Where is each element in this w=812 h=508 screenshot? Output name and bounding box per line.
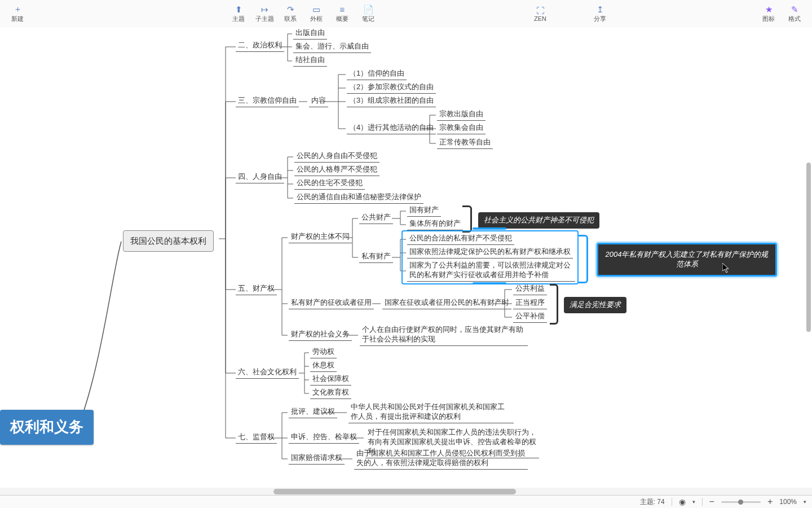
node-b4-1[interactable]: 公民的人身自由不受侵犯 xyxy=(294,151,379,163)
node-b4-3[interactable]: 公民的住宅不受侵犯 xyxy=(294,178,365,190)
node-b3-sub[interactable]: 内容 xyxy=(309,96,328,107)
node-b3-2[interactable]: （2）参加宗教仪式的自由 xyxy=(347,82,436,94)
markers-button[interactable]: ★图标 xyxy=(756,1,782,27)
topic-button[interactable]: ⬆主题 xyxy=(226,1,251,27)
zen-button[interactable]: ⛶ZEN xyxy=(527,1,553,27)
boundary-icon: ▭ xyxy=(311,5,321,15)
relation-button[interactable]: ↷联系 xyxy=(277,1,303,27)
callout-pub[interactable]: 社会主义的公共财产神圣不可侵犯 xyxy=(478,212,599,229)
node-b3-1[interactable]: （1）信仰的自由 xyxy=(347,69,407,80)
subtopic-button[interactable]: ↦子主题 xyxy=(251,1,277,27)
toolbar-right: ★图标 ✎格式 xyxy=(756,1,807,27)
root-node[interactable]: 权利和义务 xyxy=(0,410,94,445)
node-b2-3[interactable]: 结社自由 xyxy=(293,55,327,67)
node-b5-s2-mid[interactable]: 国家在征收或者征用公民的私有财产时 xyxy=(382,298,511,309)
branch-6[interactable]: 六、社会文化权利 xyxy=(236,367,299,379)
format-icon: ✎ xyxy=(789,5,800,15)
vertical-scrollbar[interactable] xyxy=(806,140,811,422)
selection-handle-top[interactable] xyxy=(473,227,506,230)
toolbar-edit-group: ⬆主题 ↦子主题 ↷联系 ▭外框 ≡概要 📄笔记 xyxy=(226,1,381,27)
node-b5-pub1[interactable]: 国有财产 xyxy=(407,205,441,217)
node-b5-s3-text[interactable]: 个人在自由行使财产权的同时，应当使其财产有助于社会公共福利的实现 xyxy=(360,325,528,346)
status-bar: 主题: 74 ◉ ▾ − + 100% ▾ xyxy=(0,495,812,508)
h-scroll-thumb[interactable] xyxy=(273,489,516,494)
toolbar: ＋新建 ⬆主题 ↦子主题 ↷联系 ▭外框 ≡概要 📄笔记 ⛶ZEN ↥分享 ★图… xyxy=(0,0,812,28)
bracket-req xyxy=(550,284,558,325)
node-b4-4[interactable]: 公民的通信自由和通信秘密受法律保护 xyxy=(294,192,423,204)
note-button[interactable]: 📄笔记 xyxy=(355,1,381,27)
boundary-button[interactable]: ▭外框 xyxy=(303,1,329,27)
node-b7-1r[interactable]: 中华人民共和国公民对于任何国家机关和国家工作人员，有提出批评和建议的权利 xyxy=(348,402,514,423)
node-b4-2[interactable]: 公民的人格尊严不受侵犯 xyxy=(294,165,379,176)
node-b5-pri2[interactable]: 国家依照法律规定保护公民的私有财产权和继承权 xyxy=(407,247,573,259)
node-b5-s2-2[interactable]: 正当程序 xyxy=(513,298,547,309)
node-b7-2l[interactable]: 申诉、控告、检举权 xyxy=(289,432,359,444)
node-b5-pri1[interactable]: 公民的合法的私有财产不受侵犯 xyxy=(407,234,514,245)
share-icon: ↥ xyxy=(595,5,605,15)
node-b34-2[interactable]: 宗教集会自由 xyxy=(437,123,486,134)
node-b5-pri3[interactable]: 国家为了公共利益的需要，可以依照法律规定对公民的私有财产实行征收或者征用并给予补… xyxy=(407,261,575,282)
branch-3[interactable]: 三、宗教信仰自由 xyxy=(236,96,299,107)
node-b5-s2-3[interactable]: 公平补偿 xyxy=(513,312,547,323)
star-icon: ★ xyxy=(764,5,774,15)
zoom-in-button[interactable]: + xyxy=(767,497,773,507)
note-icon: 📄 xyxy=(363,5,373,15)
node-b5-s2-1[interactable]: 公共利益 xyxy=(513,284,547,295)
node-b6-4[interactable]: 文化教育权 xyxy=(310,388,351,399)
branch-5[interactable]: 五、财产权 xyxy=(236,284,277,295)
topic-count: 主题: 74 xyxy=(640,497,665,507)
node-b7-3l[interactable]: 国家赔偿请求权 xyxy=(289,453,345,465)
zoom-out-button[interactable]: − xyxy=(709,497,714,507)
zoom-slider[interactable] xyxy=(721,501,761,503)
node-b3-4[interactable]: （4）进行其他活动的自由 xyxy=(347,123,436,134)
node-b6-2[interactable]: 休息权 xyxy=(310,361,337,372)
subtopic-icon: ↦ xyxy=(259,5,270,15)
node-b3-3[interactable]: （3）组成宗教社团的自由 xyxy=(347,96,436,107)
node-b5-pub2[interactable]: 集体所有的财产 xyxy=(407,219,463,230)
format-button[interactable]: ✎格式 xyxy=(782,1,807,27)
zoom-level: 100% xyxy=(779,498,797,506)
toolbar-view-group: ⛶ZEN ↥分享 xyxy=(527,1,613,27)
zoom-dropdown-icon[interactable]: ▾ xyxy=(804,499,806,505)
summary-icon: ≡ xyxy=(337,5,347,15)
node-b7-3r[interactable]: 由于国家机关和国家工作人员侵犯公民权利而受到损失的人，有依照法律规定取得赔偿的权… xyxy=(354,449,528,470)
selection-handle-bottom[interactable] xyxy=(473,282,506,284)
node-b6-3[interactable]: 社会保障权 xyxy=(310,374,351,386)
node-b5-pub[interactable]: 公共财产 xyxy=(359,213,393,224)
node-b2-2[interactable]: 集会、游行、示威自由 xyxy=(293,42,371,53)
node-b2-1[interactable]: 出版自由 xyxy=(293,28,327,40)
branch-4[interactable]: 四、人身自由 xyxy=(236,172,284,183)
eye-dropdown-icon[interactable]: ▾ xyxy=(692,499,695,505)
node-b5-s1[interactable]: 财产权的主体不同 xyxy=(289,232,352,243)
branch-2[interactable]: 二、政治权利 xyxy=(236,41,284,52)
share-button[interactable]: ↥分享 xyxy=(587,1,613,27)
node-b7-1l[interactable]: 批评、建议权 xyxy=(289,407,337,418)
node-b34-3[interactable]: 正常传教等自由 xyxy=(437,138,493,149)
bracket-pri xyxy=(579,235,588,283)
relation-icon: ↷ xyxy=(285,5,295,15)
callout-pri-selected[interactable]: 2004年私有财产权入宪建立了对私有财产保护的规范体系 xyxy=(597,243,777,277)
branch-7[interactable]: 七、监督权 xyxy=(236,432,277,444)
toolbar-left: ＋新建 xyxy=(5,1,30,27)
node-b6-1[interactable]: 劳动权 xyxy=(310,347,337,358)
eye-icon[interactable]: ◉ xyxy=(679,497,686,506)
bracket-pub xyxy=(462,205,472,233)
callout-req[interactable]: 满足合宪性要求 xyxy=(564,297,626,313)
horizontal-scrollbar[interactable] xyxy=(0,488,812,496)
node-b5-s2[interactable]: 私有财产的征收或者征用 xyxy=(289,298,374,309)
v-scroll-thumb[interactable] xyxy=(806,163,811,332)
new-button[interactable]: ＋新建 xyxy=(5,1,30,27)
topic-icon: ⬆ xyxy=(233,5,244,15)
zen-icon: ⛶ xyxy=(535,5,545,15)
hub-node[interactable]: 我国公民的基本权利 xyxy=(123,230,214,252)
node-b34-1[interactable]: 宗教出版自由 xyxy=(437,110,486,121)
zoom-knob[interactable] xyxy=(738,500,743,505)
node-b5-s3[interactable]: 财产权的社会义务 xyxy=(289,330,352,341)
plus-icon: ＋ xyxy=(12,5,23,15)
mindmap-canvas[interactable]: 权利和义务 我国公民的基本权利 二、政治权利 出版自由 集会、游行、示威自由 结… xyxy=(0,27,812,496)
node-b5-pri[interactable]: 私有财产 xyxy=(359,252,393,263)
summary-button[interactable]: ≡概要 xyxy=(329,1,355,27)
